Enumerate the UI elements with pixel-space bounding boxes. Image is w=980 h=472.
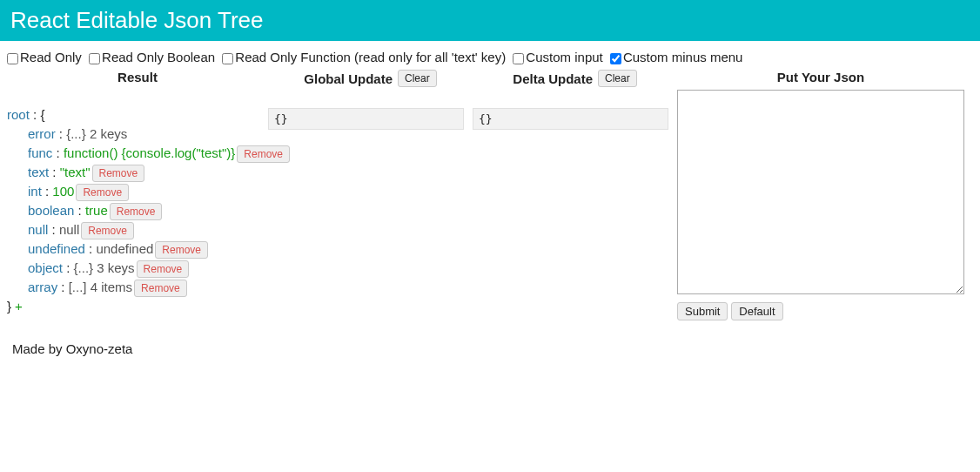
footer-text: Made by Oxyno-zeta — [12, 341, 132, 356]
tree-value[interactable]: true — [85, 203, 108, 218]
remove-button[interactable]: Remove — [81, 222, 134, 239]
tree-node: func : function() {console.log("test")}R… — [28, 144, 268, 163]
option-custom-minus-menu[interactable]: Custom minus menu — [610, 50, 743, 64]
tree-key[interactable]: undefined — [28, 241, 85, 256]
tree-separator: : — [48, 222, 59, 237]
global-update-column: Global Update Clear {} — [268, 70, 473, 130]
remove-button[interactable]: Remove — [110, 203, 163, 220]
custom-minus-menu-checkbox[interactable] — [610, 53, 621, 64]
main-columns: Result root : { error : {...} 2 keysfunc… — [0, 70, 980, 320]
delta-update-title: Delta Update — [513, 71, 593, 86]
tree-value[interactable]: function() {console.log("test")} — [64, 145, 235, 160]
add-node-button[interactable]: + — [15, 299, 23, 314]
tree-separator: : — [57, 280, 69, 294]
remove-button[interactable]: Remove — [134, 280, 187, 297]
global-update-content: {} — [268, 108, 464, 130]
tree-key[interactable]: array — [28, 280, 57, 294]
delta-update-content: {} — [473, 108, 668, 130]
tree-node: boolean : trueRemove — [28, 201, 268, 220]
delta-update-column: Delta Update Clear {} — [473, 70, 677, 130]
custom-input-checkbox[interactable] — [513, 53, 524, 64]
remove-button[interactable]: Remove — [155, 241, 208, 259]
read-only-checkbox[interactable] — [7, 53, 18, 64]
tree-node: null : nullRemove — [28, 220, 268, 239]
tree-value[interactable]: "text" — [60, 165, 91, 179]
tree-value-collapsed[interactable]: [...] 4 items — [69, 280, 132, 294]
read-only-function-checkbox[interactable] — [222, 53, 233, 64]
remove-button[interactable]: Remove — [137, 260, 190, 278]
tree-key[interactable]: object — [28, 260, 63, 275]
tree-node: error : {...} 2 keys — [28, 125, 268, 144]
tree-key[interactable]: text — [28, 165, 49, 179]
option-label: Custom minus menu — [623, 50, 743, 64]
result-title: Result — [7, 70, 268, 90]
option-label: Read Only Function (read only for all 't… — [235, 50, 506, 64]
app-title: React Editable Json Tree — [10, 7, 264, 33]
close-brace: } — [7, 299, 11, 314]
default-button[interactable]: Default — [731, 302, 782, 320]
remove-button[interactable]: Remove — [76, 184, 129, 201]
tree-value[interactable]: undefined — [96, 241, 153, 256]
tree-key[interactable]: int — [28, 184, 42, 199]
tree-root-open: root : { — [7, 105, 268, 125]
option-label: Read Only — [20, 50, 82, 64]
tree-node: text : "text"Remove — [28, 163, 268, 182]
tree-node: object : {...} 3 keysRemove — [28, 259, 268, 278]
tree-body: error : {...} 2 keysfunc : function() {c… — [7, 125, 268, 297]
tree-value[interactable]: 100 — [52, 184, 74, 199]
tree-separator: : — [52, 145, 64, 160]
option-read-only-function[interactable]: Read Only Function (read only for all 't… — [222, 50, 506, 64]
option-label: Custom input — [526, 50, 602, 64]
tree-key[interactable]: null — [28, 222, 48, 237]
global-clear-button[interactable]: Clear — [398, 70, 437, 87]
footer: Made by Oxyno-zeta — [0, 320, 980, 365]
option-read-only-boolean[interactable]: Read Only Boolean — [89, 50, 215, 64]
tree-key[interactable]: func — [28, 145, 52, 160]
tree-node: int : 100Remove — [28, 182, 268, 201]
tree-node: array : [...] 4 itemsRemove — [28, 278, 268, 297]
tree-root-close: }+ — [7, 297, 268, 316]
tree-value-collapsed[interactable]: {...} 3 keys — [74, 260, 135, 275]
open-brace: { — [40, 107, 44, 122]
tree-separator: : — [56, 126, 67, 141]
put-json-column: Put Your Json Submit Default — [677, 70, 973, 320]
submit-button[interactable]: Submit — [677, 302, 728, 320]
result-column: Result root : { error : {...} 2 keysfunc… — [7, 70, 268, 316]
json-textarea[interactable] — [677, 90, 964, 294]
tree-separator: : — [49, 165, 60, 179]
option-read-only[interactable]: Read Only — [7, 50, 82, 64]
global-update-title: Global Update — [304, 71, 393, 86]
read-only-boolean-checkbox[interactable] — [89, 53, 100, 64]
remove-button[interactable]: Remove — [237, 145, 290, 163]
delta-clear-button[interactable]: Clear — [598, 70, 637, 87]
app-header: React Editable Json Tree — [0, 0, 980, 41]
put-json-title: Put Your Json — [677, 70, 964, 90]
option-label: Read Only Boolean — [102, 50, 215, 64]
tree-separator: : — [42, 184, 53, 199]
tree-separator: : — [85, 241, 97, 256]
tree-separator: : — [63, 260, 74, 275]
tree-separator: : — [74, 203, 85, 218]
options-toolbar: Read Only Read Only Boolean Read Only Fu… — [0, 41, 980, 70]
tree-key[interactable]: boolean — [28, 203, 74, 218]
tree-value-collapsed[interactable]: {...} 2 keys — [66, 126, 127, 141]
json-tree: root : { error : {...} 2 keysfunc : func… — [7, 90, 268, 316]
remove-button[interactable]: Remove — [92, 165, 145, 182]
tree-key[interactable]: error — [28, 126, 56, 141]
tree-node: undefined : undefinedRemove — [28, 239, 268, 259]
tree-value[interactable]: null — [59, 222, 79, 237]
root-key[interactable]: root — [7, 107, 30, 122]
option-custom-input[interactable]: Custom input — [513, 50, 602, 64]
